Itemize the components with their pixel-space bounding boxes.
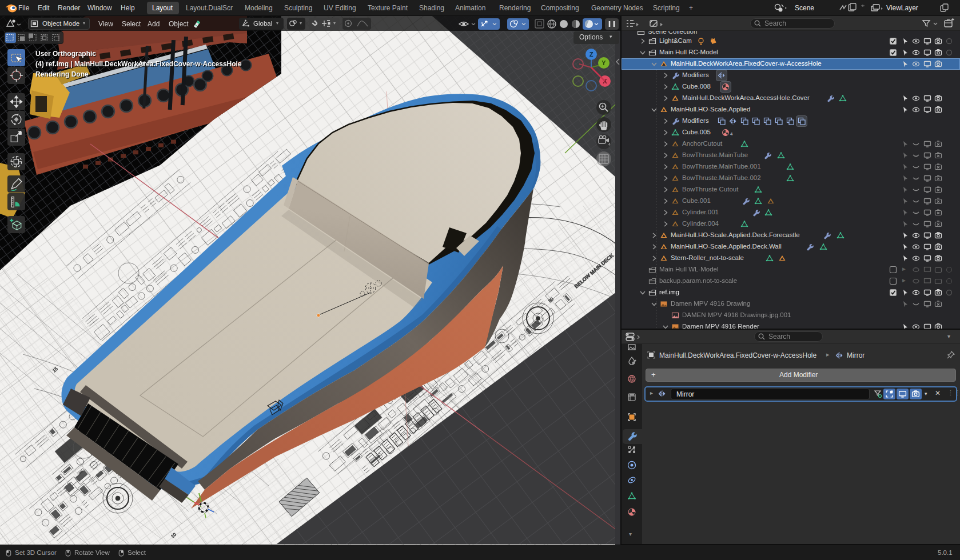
svg-text:Y: Y bbox=[602, 59, 606, 66]
svg-text:Z: Z bbox=[589, 51, 593, 58]
svg-text:4: 4 bbox=[608, 142, 611, 146]
